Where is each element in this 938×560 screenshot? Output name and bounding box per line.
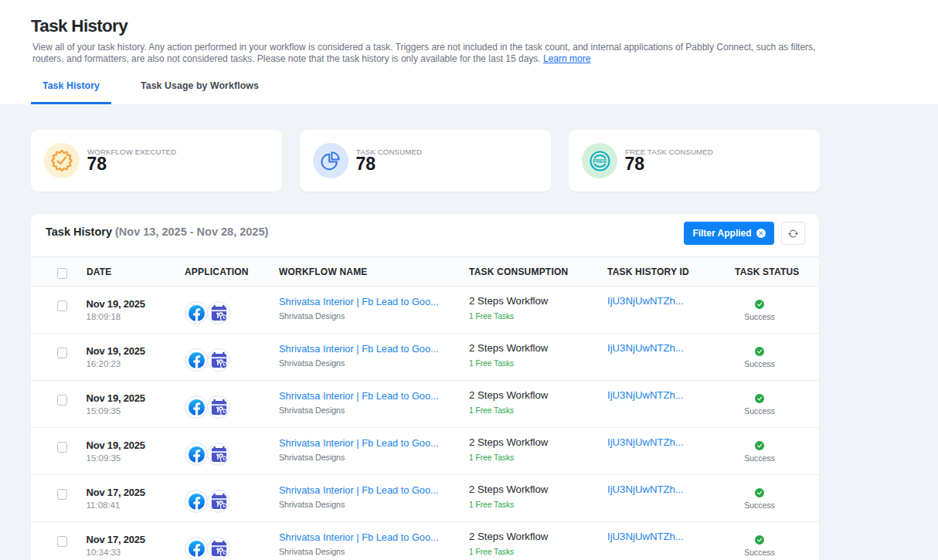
svg-text:FREE: FREE	[593, 158, 607, 164]
